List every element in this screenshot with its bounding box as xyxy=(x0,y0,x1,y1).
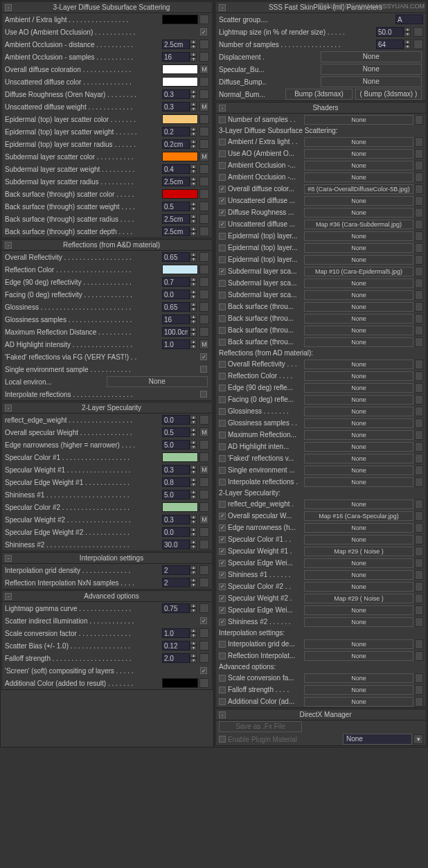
empty-slot[interactable] xyxy=(199,164,209,174)
spinner-up-icon[interactable]: ▴ xyxy=(190,540,197,544)
empty-slot[interactable] xyxy=(199,277,209,287)
shader-extra-button[interactable] xyxy=(415,267,423,276)
shader-extra-button[interactable] xyxy=(415,314,423,324)
spinner[interactable]: ▴▾ xyxy=(162,202,198,211)
shader-extra-button[interactable] xyxy=(415,115,423,125)
checkbox[interactable]: ✓ xyxy=(219,197,226,204)
checkbox[interactable] xyxy=(219,139,226,145)
spinner-down-icon[interactable]: ▾ xyxy=(190,231,197,236)
spinner-up-icon[interactable]: ▴ xyxy=(190,164,197,169)
spinner-input[interactable] xyxy=(162,202,190,211)
spinner-down-icon[interactable]: ▾ xyxy=(190,169,197,174)
shader-extra-button[interactable] xyxy=(415,673,423,683)
spinner-down-icon[interactable]: ▾ xyxy=(190,482,197,487)
shader-extra-button[interactable] xyxy=(415,172,423,182)
shader-map-button[interactable]: None xyxy=(304,454,413,463)
spinner[interactable]: ▴▾ xyxy=(162,515,198,524)
shader-map-button[interactable]: None xyxy=(304,383,413,393)
spinner-up-icon[interactable]: ▴ xyxy=(190,339,197,344)
checkbox[interactable] xyxy=(219,292,226,299)
spinner[interactable]: ▴▾ xyxy=(162,302,198,312)
spinner-up-icon[interactable]: ▴ xyxy=(190,465,197,470)
shader-map-button[interactable]: None xyxy=(304,582,413,592)
shader-map-button[interactable]: Map #29 ( Noise ) xyxy=(304,594,413,603)
checkbox[interactable]: ✓ xyxy=(219,524,226,531)
spinner[interactable]: ▴▾ xyxy=(162,427,198,437)
shader-extra-button[interactable] xyxy=(415,196,423,206)
shader-map-button[interactable]: None xyxy=(304,418,413,428)
text-input[interactable] xyxy=(395,15,423,24)
shader-map-button[interactable]: None xyxy=(304,290,413,300)
shader-map-button[interactable]: None xyxy=(304,149,413,159)
empty-slot[interactable] xyxy=(199,252,209,262)
section-header[interactable]: -Shaders xyxy=(216,103,426,114)
checkbox[interactable]: ✓ xyxy=(219,513,226,520)
spinner-up-icon[interactable]: ▴ xyxy=(190,214,197,219)
shader-extra-button[interactable] xyxy=(415,535,423,544)
spinner[interactable]: ▴▾ xyxy=(162,477,198,487)
map-toggle-button[interactable]: M xyxy=(199,152,209,161)
spinner-input[interactable] xyxy=(162,177,190,186)
checkbox[interactable] xyxy=(219,432,226,439)
spinner-up-icon[interactable]: ▴ xyxy=(190,603,197,608)
shader-extra-button[interactable] xyxy=(415,685,423,695)
shader-extra-button[interactable] xyxy=(415,184,423,194)
checkbox[interactable]: ✓ xyxy=(219,268,226,275)
spinner-down-icon[interactable]: ▾ xyxy=(190,646,197,650)
spinner-up-icon[interactable]: ▴ xyxy=(190,641,197,646)
checkbox[interactable] xyxy=(219,303,226,310)
spinner[interactable]: ▴▾ xyxy=(162,177,198,186)
plugin-dropdown[interactable]: None xyxy=(343,734,412,745)
shader-map-button[interactable]: #8 (Cara-OverallDiffuseColor-5B.jpg) xyxy=(304,184,413,194)
section-header[interactable]: -3-Layer Diffuse Subsurface Scattering xyxy=(2,2,212,13)
checkbox[interactable]: ✓ xyxy=(200,667,207,674)
spinner[interactable]: ▴▾ xyxy=(162,565,198,575)
shader-extra-button[interactable] xyxy=(415,477,423,487)
checkbox[interactable] xyxy=(219,687,226,693)
spinner[interactable]: ▴▾ xyxy=(162,164,198,174)
spinner[interactable]: ▴▾ xyxy=(162,227,198,236)
empty-slot[interactable] xyxy=(199,127,209,136)
color-swatch[interactable] xyxy=(162,77,198,87)
spinner-down-icon[interactable]: ▾ xyxy=(190,307,197,312)
shader-map-button[interactable]: None xyxy=(304,360,413,369)
shader-map-button[interactable]: None xyxy=(304,430,413,440)
spinner-input[interactable] xyxy=(162,527,190,537)
shader-extra-button[interactable] xyxy=(415,454,423,463)
empty-slot[interactable] xyxy=(199,527,209,537)
spinner-down-icon[interactable]: ▾ xyxy=(190,420,197,425)
spinner[interactable]: ▴▾ xyxy=(162,327,198,337)
empty-slot[interactable] xyxy=(199,452,209,462)
checkbox[interactable] xyxy=(219,339,226,346)
spinner[interactable]: ▴▾ xyxy=(162,89,198,99)
shader-map-button[interactable]: None xyxy=(304,231,413,241)
spinner-up-icon[interactable]: ▴ xyxy=(190,578,197,583)
spinner[interactable]: ▴▾ xyxy=(162,465,198,475)
spinner-input[interactable] xyxy=(162,127,190,136)
spinner-up-icon[interactable]: ▴ xyxy=(190,415,197,420)
collapse-icon[interactable]: - xyxy=(5,593,12,600)
map-toggle-button[interactable]: M xyxy=(199,64,209,74)
checkbox[interactable] xyxy=(219,373,226,380)
spinner-up-icon[interactable]: ▴ xyxy=(190,39,197,44)
map-toggle-button[interactable]: M xyxy=(199,427,209,437)
shader-extra-button[interactable] xyxy=(415,302,423,312)
empty-slot[interactable] xyxy=(199,139,209,149)
checkbox[interactable]: ✓ xyxy=(219,619,226,626)
color-swatch[interactable] xyxy=(162,678,198,688)
spinner-down-icon[interactable]: ▾ xyxy=(190,332,197,337)
map-toggle-button[interactable]: M xyxy=(199,515,209,524)
checkbox[interactable] xyxy=(219,698,226,705)
checkbox[interactable] xyxy=(200,366,207,373)
shader-map-button[interactable]: None xyxy=(304,523,413,533)
empty-slot[interactable] xyxy=(199,678,209,688)
spinner-down-icon[interactable]: ▾ xyxy=(404,44,411,49)
spinner[interactable]: ▴▾ xyxy=(162,540,198,549)
shader-extra-button[interactable] xyxy=(415,290,423,300)
spinner-down-icon[interactable]: ▾ xyxy=(190,495,197,499)
spinner-input[interactable] xyxy=(162,415,190,425)
spinner-up-icon[interactable]: ▴ xyxy=(190,202,197,206)
shader-extra-button[interactable] xyxy=(415,605,423,615)
shader-map-button[interactable]: None xyxy=(304,302,413,312)
shader-map-button[interactable]: Map #36 (Cara-Subdermal.jpg) xyxy=(304,220,413,229)
